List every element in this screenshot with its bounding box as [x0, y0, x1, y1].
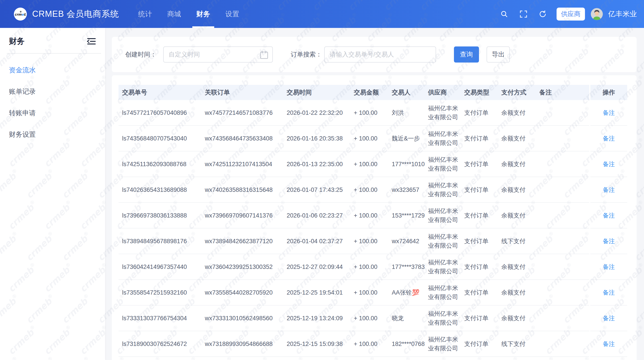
remark-link[interactable]: 备注 — [603, 289, 615, 297]
cell-type: 支付订单 — [464, 306, 501, 331]
sidebar-item-transfer-request[interactable]: 转账申请 — [0, 102, 105, 124]
cell-type: 支付订单 — [464, 126, 501, 151]
tab-mall[interactable]: 商城 — [163, 0, 185, 28]
cell-remark — [539, 228, 589, 254]
sidebar-item-finance-settings[interactable]: 财务设置 — [0, 124, 105, 145]
table-row: ls743568480707543040 wx74356846473563340… — [118, 126, 627, 151]
table-row: ls742511362093088768 wx74251123210741350… — [118, 151, 627, 177]
refresh-icon[interactable] — [538, 9, 547, 18]
cell-supplier: 福州亿丰米业有限公司 — [428, 126, 464, 151]
col-related-order: 关联订单 — [205, 85, 287, 100]
cell-related-order: wx738948426623877120 — [205, 228, 287, 254]
cell-transaction-time: 2026-01-16 20:35:38 — [287, 126, 354, 151]
main-content: 创建时间： 订单搜索： 查询 导出 交易单号 关联订单 交易时间 交易金额 — [105, 28, 644, 360]
cell-transaction-id: ls739669738036133888 — [118, 203, 205, 228]
search-icon[interactable] — [500, 9, 509, 18]
cell-supplier: 福州亿丰米业有限公司 — [428, 331, 464, 357]
table-row: ls745772176057040896 wx74577214657108377… — [118, 100, 627, 126]
cell-transaction-time: 2025-12-15 15:09:38 — [287, 331, 354, 357]
cell-transaction-id: ls733313037766754304 — [118, 306, 205, 331]
fullscreen-icon[interactable] — [519, 9, 528, 18]
order-search-box[interactable] — [324, 46, 436, 62]
cell-type: 支付订单 — [464, 228, 501, 254]
cell-amount: + 100.00 — [354, 306, 392, 331]
cell-buyer: wx724642 — [392, 228, 428, 254]
create-time-input[interactable] — [164, 51, 272, 58]
cell-transaction-id: ls740263654313689088 — [118, 177, 205, 202]
tab-statistics[interactable]: 统计 — [134, 0, 156, 28]
cell-type: 支付订单 — [464, 177, 501, 202]
remark-link[interactable]: 备注 — [603, 263, 615, 271]
search-button[interactable]: 查询 — [454, 46, 479, 62]
logo: crmeb CRMEB 会员电商系统 — [14, 7, 119, 20]
cell-amount: + 100.00 — [354, 126, 392, 151]
cell-remark — [539, 203, 589, 228]
cell-transaction-id: ls735585472515932160 — [118, 280, 205, 305]
svg-text:crmeb: crmeb — [15, 12, 26, 16]
cell-buyer: 177****1010 — [392, 151, 428, 177]
col-pay-method: 支付方式 — [501, 85, 539, 100]
cell-type: 支付订单 — [464, 331, 501, 357]
supplier-role-badge[interactable]: 供应商 — [556, 7, 585, 20]
remark-link[interactable]: 备注 — [603, 109, 615, 117]
sidebar-title: 财务 — [9, 36, 24, 46]
filter-bar: 创建时间： 订单搜索： 查询 导出 — [112, 37, 636, 72]
cell-pay-method: 余额支付 — [501, 280, 539, 305]
username[interactable]: 亿丰米业 — [608, 9, 637, 19]
cell-pay-method: 线下支付 — [501, 228, 539, 254]
sidebar-item-capital-flow[interactable]: 资金流水 — [0, 59, 105, 81]
cell-amount: + 100.00 — [354, 151, 392, 177]
create-time-picker[interactable] — [163, 46, 273, 62]
create-time-label: 创建时间： — [125, 50, 163, 59]
cell-buyer: 晓龙 — [392, 306, 428, 331]
cell-amount: + 100.00 — [354, 280, 392, 305]
tab-finance[interactable]: 财务 — [192, 0, 214, 28]
remark-link[interactable]: 备注 — [603, 186, 615, 194]
cell-amount: + 100.00 — [354, 228, 392, 254]
cell-pay-method: 线下支付 — [501, 331, 539, 357]
cell-related-order: wx743568464735633408 — [205, 126, 287, 151]
collapse-sidebar-icon[interactable] — [87, 37, 96, 45]
sidebar-menu: 资金流水 账单记录 转账申请 财务设置 — [0, 54, 105, 145]
cell-type: 支付订单 — [464, 151, 501, 177]
cell-related-order: wx731889930954866688 — [205, 331, 287, 357]
tab-settings[interactable]: 设置 — [222, 0, 243, 28]
remark-link[interactable]: 备注 — [603, 135, 615, 143]
cell-transaction-id: ls736042414967357440 — [118, 254, 205, 279]
order-search-input[interactable] — [325, 51, 436, 58]
cell-pay-method: 余额支付 — [501, 254, 539, 279]
cell-remark — [539, 306, 589, 331]
export-button[interactable]: 导出 — [486, 46, 510, 62]
remark-link[interactable]: 备注 — [603, 211, 615, 219]
cell-supplier: 福州亿丰米业有限公司 — [428, 228, 464, 254]
table-row: ls738948495678898176 wx73894842662387712… — [118, 228, 627, 254]
cell-supplier: 福州亿丰米业有限公司 — [428, 203, 464, 228]
cell-supplier: 福州亿丰米业有限公司 — [428, 100, 464, 125]
cell-related-order: wx742511232107413504 — [205, 151, 287, 177]
remark-link[interactable]: 备注 — [603, 340, 615, 348]
remark-link[interactable]: 备注 — [603, 160, 615, 168]
crmeb-logo-icon: crmeb — [14, 7, 27, 20]
cell-remark — [539, 151, 589, 177]
remark-link[interactable]: 备注 — [603, 237, 615, 245]
cell-amount: + 100.00 — [354, 331, 392, 357]
user-avatar[interactable] — [591, 8, 603, 20]
top-navbar: crmeb CRMEB 会员电商系统 统计 商城 财务 设置 供应 — [0, 0, 644, 28]
app-title: CRMEB 会员电商系统 — [32, 8, 119, 20]
cell-amount: + 100.00 — [354, 100, 392, 125]
col-remark: 备注 — [539, 85, 589, 100]
cell-buyer: AA张铨💯 — [392, 280, 428, 305]
cell-transaction-time: 2026-01-06 02:23:27 — [287, 203, 354, 228]
transactions-table: 交易单号 关联订单 交易时间 交易金额 交易人 供应商 交易类型 支付方式 备注… — [112, 75, 636, 360]
cell-transaction-id: ls742511362093088768 — [118, 151, 205, 177]
remark-link[interactable]: 备注 — [603, 314, 615, 322]
col-transaction-time: 交易时间 — [287, 85, 354, 100]
cell-transaction-id: ls738948495678898176 — [118, 228, 205, 254]
cell-supplier: 福州亿丰米业有限公司 — [428, 280, 464, 305]
sidebar-item-bill-records[interactable]: 账单记录 — [0, 81, 105, 102]
cell-transaction-id: ls731890030762524672 — [118, 331, 205, 357]
cell-buyer: 魏近&一步 — [392, 126, 428, 151]
cell-type: 支付订单 — [464, 100, 501, 125]
cell-related-order: wx735585440282705920 — [205, 280, 287, 305]
table-body: ls745772176057040896 wx74577214657108377… — [118, 100, 627, 357]
